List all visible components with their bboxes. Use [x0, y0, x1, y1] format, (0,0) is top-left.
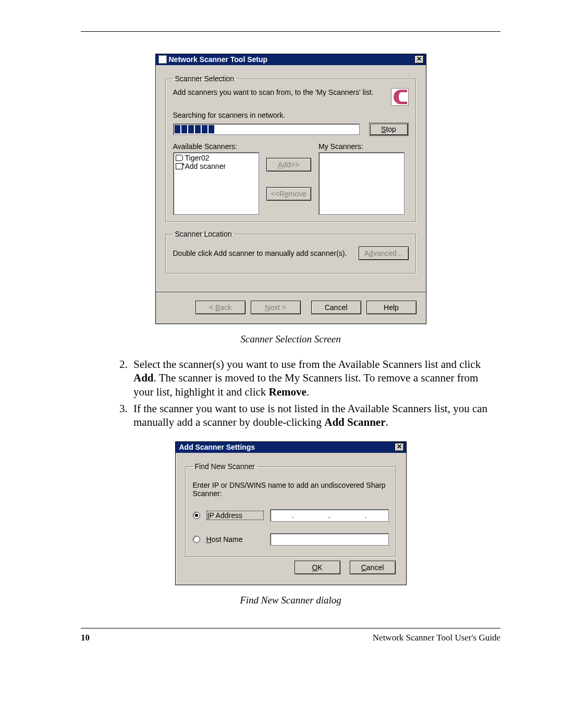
ip-address-label[interactable]: IP Address — [206, 511, 264, 520]
my-scanners-label: My Scanners: — [319, 142, 405, 151]
find-instruction: Enter IP or DNS/WINS name to add an undi… — [193, 481, 389, 498]
list-item-label: Tiger02 — [185, 154, 210, 162]
dialog-title: Add Scanner Settings — [178, 443, 393, 451]
searching-status: Searching for scanners in network. — [173, 111, 409, 119]
selection-header-row: Add scanners you want to scan from, to t… — [173, 88, 409, 106]
scanner-selection-legend: Scanner Selection — [173, 75, 237, 83]
add-button[interactable]: Add>> — [266, 158, 312, 171]
advanced-button[interactable]: Advanced... — [359, 246, 409, 260]
wizard-button-bar: < Back Next > Cancel Help — [156, 291, 426, 324]
add-scanner-icon — [176, 163, 183, 169]
search-progress-bar — [173, 124, 360, 135]
location-text: Double click Add scanner to manually add… — [173, 249, 350, 257]
help-button[interactable]: Help — [366, 301, 417, 314]
figure-caption-2: Find New Scanner dialog — [81, 595, 500, 606]
progress-row: Stop — [173, 122, 409, 136]
ok-button[interactable]: OK — [295, 561, 340, 574]
dialog-body: Find New Scanner Enter IP or DNS/WINS na… — [176, 453, 406, 585]
figure-add-scanner-settings: Add Scanner Settings ✕ Find New Scanner … — [81, 441, 500, 585]
find-new-scanner-legend: Find New Scanner — [193, 462, 257, 471]
figure-scanner-selection: Network Scanner Tool Setup ✕ Scanner Sel… — [81, 54, 500, 324]
host-name-row: Host Name — [193, 533, 389, 546]
available-scanners-listbox[interactable]: Tiger02 Add scanner — [173, 152, 259, 215]
figure-caption-1: Scanner Selection Screen — [81, 334, 500, 345]
instruction-list: Select the scanner(s) you want to use fr… — [81, 357, 500, 429]
ip-address-row: IP Address ... — [193, 509, 389, 522]
titlebar: Network Scanner Tool Setup ✕ — [156, 54, 426, 65]
list-item[interactable]: Tiger02 — [175, 154, 258, 162]
ip-address-input[interactable]: ... — [270, 509, 389, 522]
scanner-selection-group: Scanner Selection Add scanners you want … — [165, 75, 417, 223]
scanner-tool-setup-dialog: Network Scanner Tool Setup ✕ Scanner Sel… — [155, 54, 426, 324]
cancel-button[interactable]: Cancel — [350, 561, 396, 574]
host-name-label[interactable]: Host Name — [206, 535, 264, 544]
scanner-lists: Available Scanners: Tiger02 Add scanner — [173, 142, 409, 215]
next-button[interactable]: Next > — [251, 301, 301, 314]
cancel-button[interactable]: Cancel — [311, 301, 361, 314]
list-item[interactable]: Add scanner — [175, 162, 258, 170]
available-label: Available Scanners: — [173, 142, 259, 151]
close-icon[interactable]: ✕ — [414, 55, 424, 64]
location-row: Double click Add scanner to manually add… — [173, 243, 409, 266]
stop-button[interactable]: Stop — [369, 122, 409, 136]
my-scanners-listbox[interactable] — [319, 152, 405, 215]
page-footer: 10 Network Scanner Tool User's Guide — [81, 628, 500, 643]
scanner-icon — [176, 155, 183, 161]
app-icon — [158, 55, 167, 64]
selection-instruction: Add scanners you want to scan from, to t… — [173, 88, 384, 96]
host-name-radio[interactable] — [193, 536, 200, 543]
scanner-document-icon — [391, 88, 409, 106]
titlebar: Add Scanner Settings ✕ — [176, 442, 406, 453]
host-name-input[interactable] — [270, 533, 389, 546]
footer-title: Network Scanner Tool User's Guide — [373, 633, 500, 643]
add-scanner-settings-dialog: Add Scanner Settings ✕ Find New Scanner … — [175, 441, 407, 585]
back-button[interactable]: < Back — [195, 301, 246, 314]
instruction-step-2: Select the scanner(s) you want to use fr… — [130, 357, 500, 399]
dialog2-buttons: OK Cancel — [185, 558, 397, 575]
dialog-title: Network Scanner Tool Setup — [169, 55, 412, 64]
close-icon[interactable]: ✕ — [395, 443, 404, 451]
page-number: 10 — [81, 633, 90, 643]
dialog-body: Scanner Selection Add scanners you want … — [156, 65, 426, 291]
ip-address-radio[interactable] — [193, 512, 200, 519]
top-rule — [81, 31, 500, 32]
list-item-label: Add scanner — [185, 162, 226, 170]
find-new-scanner-group: Find New Scanner Enter IP or DNS/WINS na… — [185, 462, 397, 558]
scanner-location-legend: Scanner Location — [173, 230, 234, 238]
remove-button[interactable]: <<Remove — [266, 187, 312, 201]
document-page: Network Scanner Tool Setup ✕ Scanner Sel… — [0, 0, 563, 664]
instruction-step-3: If the scanner you want to use is not li… — [130, 402, 500, 429]
available-scanners-block: Available Scanners: Tiger02 Add scanner — [173, 142, 259, 215]
scanner-location-group: Scanner Location Double click Add scanne… — [165, 230, 417, 274]
my-scanners-block: My Scanners: — [319, 142, 405, 215]
transfer-buttons: Add>> <<Remove — [266, 142, 312, 201]
